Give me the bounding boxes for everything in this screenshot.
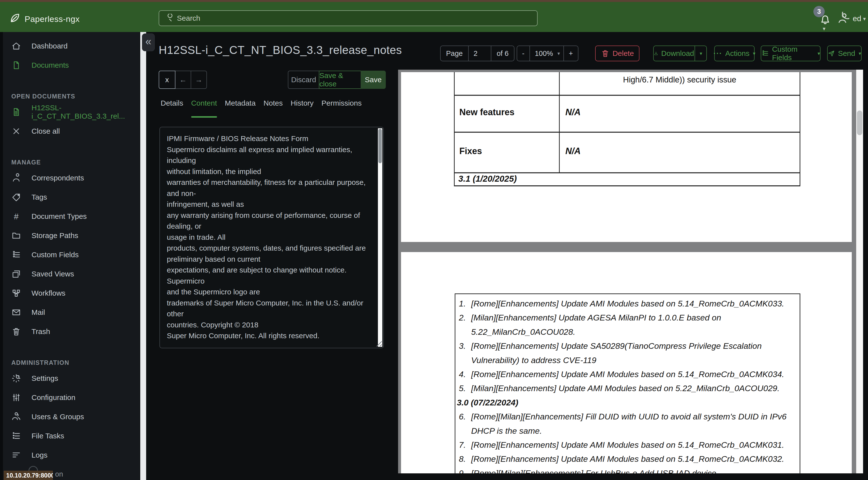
sidebar-item-label: Close all [31, 127, 60, 136]
list-text: [Rome][Enhancements] Update AMI Modules … [471, 297, 784, 311]
list-text: [Rome][Enhancements] Update AMI Modules … [471, 367, 784, 381]
sidebar-item[interactable]: Saved Views [0, 264, 140, 283]
tab[interactable]: Details [161, 99, 183, 126]
sidebar-item[interactable]: ADMINISTRATION [0, 356, 140, 369]
zoom-in-button[interactable]: + [563, 46, 578, 61]
release-note-line: 3. [Rome][Enhancements] Update SA50289(T… [459, 339, 796, 353]
tab-label: Notes [264, 99, 283, 107]
table-border [454, 132, 800, 133]
sidebar-item[interactable]: OPEN DOCUMENTS [0, 90, 140, 102]
close-document-button[interactable]: x [159, 71, 176, 89]
list-number: 7. [459, 438, 471, 452]
search-input[interactable] [177, 14, 537, 22]
zoom-controls: - 100% ▾ + [517, 46, 579, 61]
table-border [454, 185, 800, 186]
sidebar-item-label: Users & Groups [31, 413, 84, 421]
caret-down-icon: ▾ [859, 51, 861, 56]
sidebar-item[interactable]: Trash [0, 322, 140, 341]
sidebar-item-icon [11, 307, 21, 317]
table-cell-label: New features [459, 107, 515, 117]
table-cell-label: Fixes [459, 146, 482, 156]
tab-label: History [290, 99, 313, 107]
tab[interactable]: Metadata [225, 99, 256, 126]
chevron-down-icon: ▾ [863, 16, 866, 22]
custom-fields-button[interactable]: Custom Fields ▾ [761, 46, 820, 61]
caret-down-icon: ▾ [753, 51, 755, 56]
actions-button[interactable]: ··· Actions ▾ [714, 46, 754, 61]
custom-fields-icon [761, 49, 769, 58]
notification-badge: 3 [813, 6, 825, 17]
save-button[interactable]: Save [361, 71, 386, 89]
textarea-scrollbar-thumb[interactable] [378, 129, 382, 163]
release-note-line: 6. [Rome][Milan][Enhancements] Fill DUID… [459, 410, 796, 424]
previous-document-button[interactable]: ← [175, 71, 191, 89]
chevron-down-icon: ▾ [823, 26, 826, 32]
page-number-input[interactable] [469, 50, 491, 58]
sidebar-item-icon [11, 431, 21, 441]
sidebar-collapse-button[interactable]: « [142, 33, 155, 51]
release-note-line: 7. [Rome][Enhancements] Update AMI Modul… [459, 438, 796, 452]
release-note-line: 9. [Rome][Milan][Enhancements] For UsbBu… [459, 466, 796, 473]
sidebar: Dashboard Documents OPEN DOCUMENTS H12SS… [0, 32, 140, 480]
sidebar-item[interactable]: Storage Paths [0, 226, 140, 245]
tab[interactable]: Notes [264, 99, 283, 126]
zoom-out-button[interactable]: - [517, 46, 529, 61]
paperless-logo-leaf-icon [9, 12, 21, 24]
sidebar-item[interactable]: Users & Groups [0, 407, 140, 426]
pdf-scrollbar[interactable] [856, 70, 863, 473]
sidebar-item[interactable]: Settings [0, 369, 140, 388]
list-number: 4. [459, 367, 471, 381]
sidebar-item-label: H12SSL-i_C_CT_NT_BIOS_3.3_rel... [31, 103, 140, 120]
list-number [459, 353, 471, 367]
delete-button[interactable]: Delete [595, 46, 640, 61]
sidebar-scrollbar[interactable] [140, 32, 146, 480]
zoom-level-select[interactable]: 100% ▾ [529, 46, 563, 61]
tab[interactable]: History [290, 99, 313, 126]
sidebar-item[interactable]: Custom Fields [0, 245, 140, 264]
document-title: H12SSL-i_C_CT_NT_BIOS_3.3_release_notes [159, 43, 402, 57]
send-button[interactable]: Send ▾ [827, 46, 862, 61]
notifications-button[interactable]: 3 ▾ [816, 9, 838, 31]
pdf-preview[interactable]: High/6.7 Middle)) security issue New fea… [398, 70, 863, 473]
tab[interactable]: Permissions [321, 99, 362, 126]
sidebar-item[interactable]: Documents [0, 56, 140, 75]
sidebar-item-label: MANAGE [11, 159, 41, 166]
next-document-button[interactable]: → [191, 71, 207, 89]
textarea-scrollbar[interactable] [378, 128, 382, 347]
sidebar-item[interactable]: Correspondents [0, 168, 140, 187]
sidebar-item-icon [11, 288, 21, 298]
sidebar-item-label: Settings [31, 374, 58, 383]
avatar[interactable] [836, 12, 849, 26]
save-and-close-button[interactable]: Save & close [319, 71, 361, 89]
sidebar-item[interactable]: MANAGE [0, 156, 140, 168]
user-menu[interactable]: ed [853, 14, 861, 23]
sidebar-item[interactable]: # Document Types [0, 207, 140, 226]
sidebar-item[interactable]: Logs [0, 446, 140, 465]
sidebar-item[interactable]: File Tasks [0, 426, 140, 446]
pdf-scrollbar-thumb[interactable] [857, 111, 862, 135]
download-dropdown-toggle[interactable]: ▾ [694, 46, 706, 61]
sidebar-item[interactable]: Mail [0, 303, 140, 322]
table-cell-value: N/A [565, 146, 581, 156]
sidebar-item-label: OPEN DOCUMENTS [11, 93, 75, 100]
list-text: [Rome][Enhancements] Update SA50289(Tian… [471, 339, 762, 353]
sidebar-item[interactable]: Workflows [0, 283, 140, 303]
discard-button[interactable]: Discard [288, 71, 319, 89]
sidebar-item[interactable]: Dashboard [0, 36, 140, 56]
sidebar-item[interactable]: Configuration [0, 388, 140, 407]
download-button[interactable]: Download ▾ [653, 46, 707, 61]
tab[interactable]: Content [191, 99, 217, 126]
release-note-line: 8. [Rome][Enhancements] Update AMI Modul… [459, 452, 796, 466]
sidebar-item[interactable]: H12SSL-i_C_CT_NT_BIOS_3.3_rel... [0, 102, 140, 122]
sidebar-item[interactable]: Tags [0, 187, 140, 207]
list-number: 3. [459, 339, 471, 353]
table-border [454, 95, 800, 96]
global-search[interactable] [159, 10, 537, 26]
content-textarea[interactable]: IPMI Firmware / BIOS Release Notes Form … [159, 127, 384, 348]
send-icon [828, 49, 835, 58]
sidebar-item[interactable]: Close all [0, 122, 140, 141]
tab-label: Permissions [321, 99, 362, 107]
sidebar-item-icon: # [11, 211, 21, 221]
document-tabs: Details Content Metadata Notes History P… [161, 99, 362, 126]
sidebar-item-label: Documents [31, 61, 69, 69]
